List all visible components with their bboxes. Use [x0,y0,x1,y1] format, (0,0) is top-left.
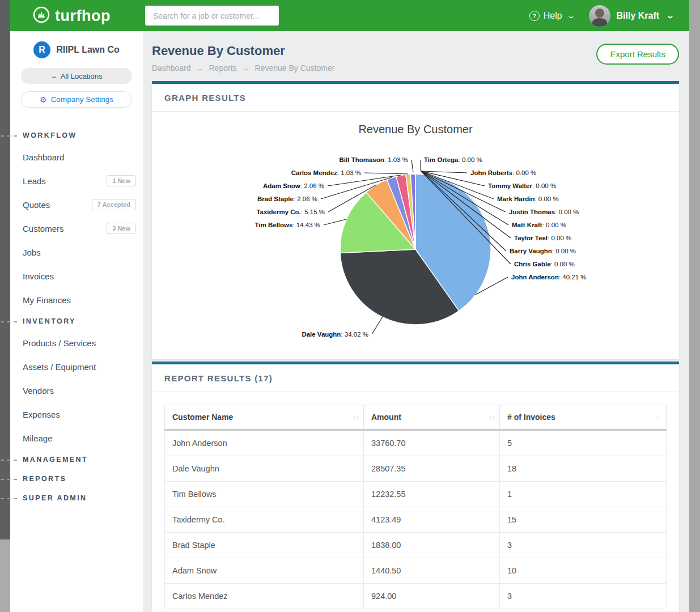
column-header--of-invoices[interactable]: # of Invoices↑↓ [500,405,667,430]
table-cell: 1440.50 [364,558,500,584]
sidebar-section-label: WORKFLOW [23,131,77,139]
pie-label: Dale Vaughn: 34.02 % [302,331,368,338]
export-results-button[interactable]: Export Results [596,44,679,65]
chevron-down-icon: ⌄ [566,11,575,20]
location-selector[interactable]: ⌄ All Locations [21,68,132,84]
breadcrumb-item: Revenue By Customer [255,63,335,73]
graph-results-panel: GRAPH RESULTS Revenue By CustomerJohn An… [152,81,679,359]
table-cell: Brad Staple [165,533,364,558]
user-menu[interactable]: Billy Kraft ⌄ [589,5,673,27]
table-cell: Tim Bellows [165,482,364,507]
sidebar-item-label: Mileage [23,434,53,443]
sidebar-section-workflow[interactable]: WORKFLOW [10,126,143,145]
section-dash-icon [1,498,17,499]
sidebar-item-leads[interactable]: Leads1 New [10,169,143,193]
pie-callout-line [411,160,413,172]
table-cell: Dale Vaughn [165,456,364,482]
sidebar-item-vendors[interactable]: Vendors [10,379,143,402]
pie-callout-line [372,317,383,334]
revenue-pie-chart: Revenue By CustomerJohn Anderson: 40.21 … [152,112,679,359]
table-cell: Adam Snow [165,558,364,584]
section-dash-icon [1,460,17,461]
sidebar-section-label: REPORTS [23,475,66,483]
app-window: turfhop ? Help ⌄ Billy Kraft ⌄ R RII [10,0,689,612]
table-cell: 1 [500,482,667,507]
report-results-heading: REPORT RESULTS (17) [152,364,679,392]
table-cell: John Anderson [165,430,364,456]
sidebar-section-inventory[interactable]: INVENTORY [10,312,143,331]
table-cell: Taxidermy Co. [165,507,364,533]
search-input[interactable] [145,6,279,26]
sidebar-section-label: INVENTORY [23,317,76,325]
table-cell: 1838.00 [364,533,500,558]
breadcrumb-arrow-icon: → [242,63,250,73]
sidebar-section-super-admin[interactable]: SUPER ADMIN [10,488,143,508]
pie-label: Justin Thomas: 0.00 % [509,209,579,215]
pie-label: Barry Vaughn: 0.00 % [510,248,576,254]
sort-icon: ↑↓ [656,414,661,420]
sidebar-item-customers[interactable]: Customers3 New [10,216,143,240]
company-name: RIIPL Lawn Co [56,45,120,55]
breadcrumb-item[interactable]: Dashboard [152,63,191,73]
sidebar-item-label: Jobs [23,248,41,257]
top-bar: turfhop ? Help ⌄ Billy Kraft ⌄ [10,0,689,31]
screen: turfhop ? Help ⌄ Billy Kraft ⌄ R RII [0,0,700,612]
sidebar-item-jobs[interactable]: Jobs [10,240,143,264]
table-row: Adam Snow1440.5010 [165,558,667,584]
sidebar-item-dashboard[interactable]: Dashboard [10,145,143,169]
sidebar-item-label: Vendors [23,386,54,396]
sidebar-item-my-finances[interactable]: My Finances [10,288,143,312]
table-cell: 18 [500,456,667,482]
table-row: Carlos Mendez924.003 [165,584,667,609]
sidebar-section-management[interactable]: MANAGEMENT [10,450,143,469]
sidebar-item-assets-equipment[interactable]: Assets / Equipment [10,355,143,379]
sort-icon: ↑↓ [353,414,358,420]
table-cell: 924.00 [364,584,500,609]
help-menu[interactable]: ? Help ⌄ [529,11,574,21]
sidebar-item-label: Quotes [23,200,50,210]
pie-label: John Anderson: 40.21 % [511,274,587,280]
right-edge-strip [689,0,700,612]
column-header-label: # of Invoices [507,413,555,422]
sidebar-item-expenses[interactable]: Expenses [10,402,143,426]
breadcrumb-item[interactable]: Reports [209,63,237,73]
table-cell: 3 [500,533,667,558]
company-settings-button[interactable]: ⚙ Company Settings [21,91,132,108]
table-cell: Carlos Mendez [165,584,364,609]
topbar-right-group: ? Help ⌄ Billy Kraft ⌄ [529,0,673,31]
table-body: John Anderson33760.705Dale Vaughn28507.3… [165,430,667,609]
sidebar-item-label: Dashboard [23,152,64,162]
section-dash-icon [1,479,17,480]
breadcrumb: Dashboard→Reports→Revenue By Customer [152,63,689,73]
sidebar-item-mileage[interactable]: Mileage [10,426,143,450]
sidebar-item-label: Assets / Equipment [23,362,96,372]
pie-callout-line [364,173,408,174]
chevron-down-icon: ⌄ [666,11,674,20]
sidebar-section-reports[interactable]: REPORTS [10,469,143,488]
table-cell: 12232.55 [364,482,500,507]
left-scrollbar-thumb[interactable] [0,0,10,539]
gear-icon: ⚙ [40,95,47,104]
sidebar-item-invoices[interactable]: Invoices [10,264,143,288]
status-badge: 1 New [107,175,136,186]
pie-label: Brad Staple: 2.06 % [257,196,317,202]
column-header-customer-name[interactable]: Customer Name↑↓ [165,405,364,430]
sidebar-item-quotes[interactable]: Quotes7 Accepted [10,193,143,216]
chevron-down-icon: ⌄ [50,72,58,80]
status-badge: 3 New [107,223,136,234]
column-header-amount[interactable]: Amount↑↓ [364,405,500,430]
table-header-row: Customer Name↑↓Amount↑↓# of Invoices↑↓ [165,405,667,430]
user-avatar [589,5,610,27]
turfhop-grass-icon [33,6,50,26]
breadcrumb-arrow-icon: → [196,63,204,73]
column-header-label: Customer Name [172,413,233,422]
brand-logo[interactable]: turfhop [33,6,111,26]
status-badge: 7 Accepted [92,199,136,210]
sidebar-item-products-services[interactable]: Products / Services [10,331,143,355]
left-scrollbar-track [0,0,10,612]
graph-results-heading: GRAPH RESULTS [152,84,679,112]
pie-label: Adam Snow: 2.06 % [263,182,324,189]
table-cell: 33760.70 [364,430,500,456]
sidebar-item-label: Leads [23,176,46,186]
table-cell: 5 [500,430,667,456]
